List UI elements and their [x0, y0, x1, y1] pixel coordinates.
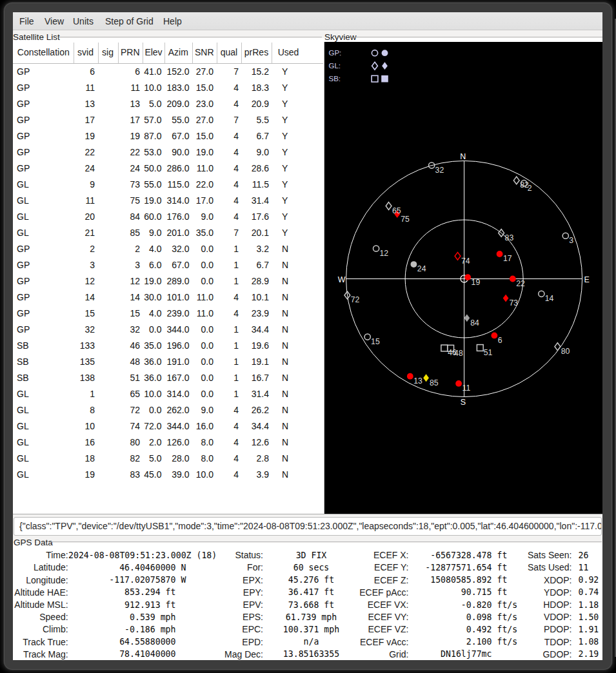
- table-cell-r20-azim[interactable]: 314.0: [164, 386, 192, 402]
- table-cell-r24-used[interactable]: N: [272, 451, 305, 467]
- table-cell-r6-constellation[interactable]: GP: [14, 161, 74, 177]
- table-cell-r23-azim[interactable]: 126.0: [164, 434, 192, 451]
- table-cell-r21-svid[interactable]: 8: [74, 402, 98, 418]
- table-cell-r6-elev[interactable]: 50.0: [143, 161, 164, 177]
- table-cell-r4-svid[interactable]: 19: [74, 128, 98, 144]
- legend-square-filled-icon[interactable]: [381, 75, 388, 83]
- table-cell-r21-constellation[interactable]: GL: [14, 402, 74, 418]
- table-cell-r3-azim[interactable]: 55.0: [164, 112, 192, 128]
- table-cell-r7-prn[interactable]: 73: [118, 177, 143, 193]
- table-cell-r5-svid[interactable]: 22: [74, 144, 98, 161]
- table-cell-r20-prn[interactable]: 65: [118, 386, 143, 402]
- table-cell-r9-azim[interactable]: 176.0: [164, 209, 192, 225]
- table-cell-r7-elev[interactable]: 55.0: [143, 177, 164, 193]
- table-cell-r13-qual[interactable]: 1: [217, 273, 241, 289]
- table-cell-r16-constellation[interactable]: GP: [14, 322, 74, 338]
- satellite-marker-46[interactable]: [441, 345, 447, 351]
- table-cell-r7-qual[interactable]: 4: [217, 177, 241, 193]
- column-header-elev[interactable]: Elev: [143, 47, 164, 58]
- table-cell-r22-elev[interactable]: 72.0: [143, 418, 164, 434]
- table-cell-r11-elev[interactable]: 4.0: [143, 241, 164, 257]
- satellite-marker-17[interactable]: [496, 251, 502, 257]
- satellite-marker-80[interactable]: [554, 343, 560, 351]
- table-cell-r1-svid[interactable]: 11: [74, 80, 98, 96]
- table-cell-r17-elev[interactable]: 35.0: [143, 338, 164, 354]
- table-cell-r15-snr[interactable]: 11.0: [192, 306, 217, 322]
- table-cell-r23-used[interactable]: N: [272, 434, 305, 451]
- table-cell-r4-constellation[interactable]: GP: [14, 128, 74, 144]
- menu-item-step-of-grid[interactable]: Step of Grid: [105, 12, 154, 30]
- table-cell-r8-svid[interactable]: 11: [74, 193, 98, 209]
- table-cell-r17-prn[interactable]: 46: [118, 338, 143, 354]
- table-cell-r21-azim[interactable]: 262.0: [164, 402, 192, 418]
- table-cell-r14-azim[interactable]: 101.0: [164, 289, 192, 306]
- table-cell-r2-qual[interactable]: 4: [217, 96, 241, 112]
- table-cell-r1-prn[interactable]: 11: [118, 80, 143, 96]
- table-cell-r1-qual[interactable]: 4: [217, 80, 241, 96]
- column-header-qual[interactable]: qual: [217, 47, 241, 58]
- table-cell-r21-elev[interactable]: 0.0: [143, 402, 164, 418]
- table-cell-r18-constellation[interactable]: SB: [14, 354, 74, 370]
- table-cell-r10-used[interactable]: Y: [272, 225, 305, 241]
- table-cell-r24-prn[interactable]: 82: [118, 451, 143, 467]
- table-cell-r23-constellation[interactable]: GL: [14, 434, 74, 451]
- table-cell-r19-azim[interactable]: 167.0: [164, 370, 192, 386]
- raw-json-readout[interactable]: {"class":"TPV","device":"/dev/ttyUSB1","…: [14, 517, 602, 536]
- satellite-marker-11[interactable]: [455, 380, 462, 387]
- table-cell-r21-prn[interactable]: 72: [118, 402, 143, 418]
- legend-circle-open-icon[interactable]: [372, 50, 377, 56]
- table-cell-r22-prn[interactable]: 74: [118, 418, 143, 434]
- table-cell-r17-used[interactable]: N: [272, 338, 305, 354]
- table-cell-r9-prres[interactable]: 17.6: [241, 209, 272, 225]
- table-cell-r5-elev[interactable]: 53.0: [143, 144, 164, 161]
- satellite-marker-24[interactable]: [410, 261, 417, 268]
- column-header-azim[interactable]: Azim: [164, 47, 192, 58]
- table-cell-r18-snr[interactable]: 0.0: [192, 354, 217, 370]
- table-cell-r4-elev[interactable]: 87.0: [143, 128, 164, 144]
- table-cell-r11-svid[interactable]: 2: [74, 241, 98, 257]
- table-cell-r10-svid[interactable]: 21: [74, 225, 98, 241]
- table-cell-r16-used[interactable]: N: [272, 322, 305, 338]
- table-cell-r12-svid[interactable]: 3: [74, 257, 98, 273]
- table-cell-r13-used[interactable]: N: [272, 273, 305, 289]
- table-cell-r1-constellation[interactable]: GP: [14, 80, 74, 96]
- table-cell-r20-prres[interactable]: 31.4: [241, 386, 272, 402]
- table-cell-r10-elev[interactable]: 9.0: [143, 225, 164, 241]
- satellite-marker-14[interactable]: [538, 291, 544, 297]
- table-cell-r8-prn[interactable]: 75: [118, 193, 143, 209]
- table-cell-r4-azim[interactable]: 67.0: [164, 128, 192, 144]
- table-cell-r2-prres[interactable]: 20.9: [241, 96, 272, 112]
- table-cell-r20-constellation[interactable]: GL: [14, 386, 74, 402]
- table-cell-r13-svid[interactable]: 12: [74, 273, 98, 289]
- table-cell-r9-svid[interactable]: 20: [74, 209, 98, 225]
- satellite-marker-22[interactable]: [509, 276, 515, 282]
- menu-item-help[interactable]: Help: [163, 12, 182, 30]
- table-cell-r7-azim[interactable]: 115.0: [164, 177, 192, 193]
- table-cell-r20-snr[interactable]: 0.0: [192, 386, 217, 402]
- table-cell-r12-constellation[interactable]: GP: [14, 257, 74, 273]
- table-cell-r23-qual[interactable]: 4: [217, 434, 241, 451]
- table-cell-r18-elev[interactable]: 36.0: [143, 354, 164, 370]
- table-cell-r6-prres[interactable]: 28.6: [241, 161, 272, 177]
- table-cell-r25-constellation[interactable]: GL: [14, 467, 74, 483]
- table-cell-r13-azim[interactable]: 289.0: [164, 273, 192, 289]
- table-cell-r23-svid[interactable]: 16: [74, 434, 98, 451]
- table-cell-r2-constellation[interactable]: GP: [14, 96, 74, 112]
- table-cell-r23-snr[interactable]: 8.0: [192, 434, 217, 451]
- table-cell-r6-prn[interactable]: 24: [118, 161, 143, 177]
- table-cell-r19-snr[interactable]: 0.0: [192, 370, 217, 386]
- table-cell-r15-elev[interactable]: 4.0: [143, 306, 164, 322]
- table-cell-r19-prres[interactable]: 16.7: [241, 370, 272, 386]
- table-cell-r9-constellation[interactable]: GL: [14, 209, 74, 225]
- table-cell-r9-qual[interactable]: 4: [217, 209, 241, 225]
- table-cell-r7-constellation[interactable]: GL: [14, 177, 74, 193]
- table-cell-r3-snr[interactable]: 27.0: [192, 112, 217, 128]
- table-cell-r19-prn[interactable]: 51: [118, 370, 143, 386]
- table-cell-r25-prn[interactable]: 83: [118, 467, 143, 483]
- table-cell-r3-prn[interactable]: 17: [118, 112, 143, 128]
- menu-item-units[interactable]: Units: [73, 12, 94, 30]
- satellite-marker-51[interactable]: [477, 345, 483, 351]
- table-cell-r12-prn[interactable]: 3: [118, 257, 143, 273]
- table-cell-r11-used[interactable]: N: [272, 241, 305, 257]
- table-cell-r15-svid[interactable]: 15: [74, 306, 98, 322]
